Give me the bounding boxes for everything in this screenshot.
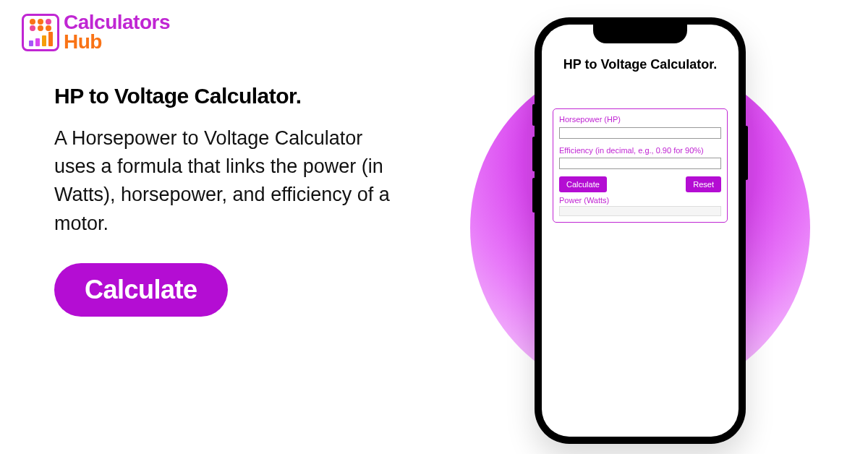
logo: Calculators Hub [22,13,391,51]
phone-side-button [745,126,748,180]
form-reset-button[interactable]: Reset [686,176,721,192]
output-label: Power (Watts) [559,196,721,205]
page-title: HP to Voltage Calculator. [54,84,391,108]
hp-label: Horsepower (HP) [559,115,721,124]
phone-side-button [532,137,535,171]
efficiency-label: Efficiency (in decimal, e.g., 0.90 for 9… [559,146,721,155]
app-title: HP to Voltage Calculator. [553,57,728,72]
efficiency-input[interactable] [559,158,721,169]
calculator-form: Horsepower (HP) Efficiency (in decimal, … [553,108,728,223]
phone-notch [593,25,687,43]
calculate-button[interactable]: Calculate [54,263,228,317]
form-calculate-button[interactable]: Calculate [559,176,607,192]
phone-side-button [532,178,535,213]
hp-input[interactable] [559,127,721,139]
page-description: A Horsepower to Voltage Calculator uses … [54,124,391,238]
output-field [559,206,721,216]
calculator-icon [22,14,59,51]
logo-text-line1: Calculators [64,13,170,33]
logo-text-line2: Hub [64,33,170,52]
phone-side-button [532,104,535,126]
phone-mockup: HP to Voltage Calculator. Horsepower (HP… [535,17,746,444]
